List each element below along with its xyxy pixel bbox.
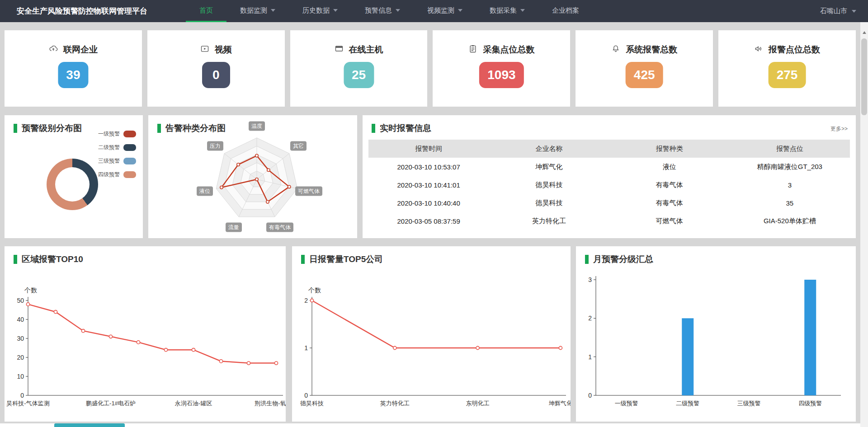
nav-item[interactable]: 预警信息: [351, 0, 414, 22]
donut-hole: [55, 167, 90, 202]
bar-chart-monthly-levels: 0123一级预警二级预警三级预警四级预警: [576, 246, 856, 422]
legend-label: 三级预警: [98, 157, 120, 165]
panel-region-alarm-top10: 区域报警TOP10 01020304050个数昊科技-气体监测鹏盛化工-1#电石…: [5, 246, 286, 422]
stat-label: 报警点位总数: [769, 44, 820, 56]
nav-item[interactable]: 历史数据: [289, 0, 351, 22]
nav-menu: 首页数据监测历史数据预警信息视频监测数据采集企业档案: [186, 0, 593, 22]
alerts-column-header: 企业名称: [489, 145, 609, 153]
donut-chart: [47, 159, 98, 210]
cloud-upload-icon: [49, 44, 58, 55]
chevron-down-icon: [458, 9, 462, 12]
legend-swatch: [123, 171, 136, 178]
alerts-column-header: 报警时间: [368, 145, 489, 153]
alerts-table-body: 2020-03-10 10:53:07坤辉气化液位精醇南罐液位GT_203202…: [368, 158, 850, 230]
stat-label: 采集点位总数: [483, 44, 534, 56]
stat-value-badge: 25: [344, 62, 374, 88]
clipboard-icon: [468, 44, 477, 55]
legend-item[interactable]: 四级预警: [98, 171, 136, 178]
svg-text:20: 20: [17, 354, 24, 361]
svg-text:鹏盛化工-1#电石炉: 鹏盛化工-1#电石炉: [86, 400, 136, 407]
svg-text:50: 50: [17, 297, 24, 304]
svg-text:1: 1: [304, 344, 308, 352]
svg-text:德昊科技: 德昊科技: [300, 400, 324, 407]
video-icon: [200, 44, 209, 55]
table-cell: 35: [730, 199, 850, 207]
svg-text:一级预警: 一级预警: [615, 400, 638, 407]
footer-partial-element: [54, 423, 125, 427]
radar-axis-label: 有毒气体: [266, 223, 293, 232]
stats-row: 联网企业39视频0在线主机25采集点位总数1093系统报警总数425报警点位总数…: [5, 30, 856, 107]
nav-item[interactable]: 视频监测: [414, 0, 476, 22]
region-label: 石嘴山市: [820, 7, 847, 15]
table-cell: 德昊科技: [489, 199, 609, 207]
stat-value-badge: 1093: [479, 62, 524, 88]
svg-text:个数: 个数: [308, 286, 321, 294]
scroll-up-icon[interactable]: [860, 28, 868, 37]
svg-text:40: 40: [17, 316, 24, 323]
table-row: 2020-03-05 08:37:59英力特化工可燃气体GIA-520单体贮槽: [368, 212, 850, 230]
pie-legend: 一级预警二级预警三级预警四级预警: [98, 130, 136, 178]
legend-label: 四级预警: [98, 171, 120, 178]
green-bar-icon: [372, 124, 375, 133]
dashboard-page: 安全生产风险预警防控物联网管理平台 首页数据监测历史数据预警信息视频监测数据采集…: [0, 0, 868, 427]
nav-item-label: 企业档案: [552, 6, 579, 15]
panel-title: 区域报警TOP10: [14, 253, 83, 265]
chevron-down-icon: [333, 9, 338, 12]
table-cell: 精醇南罐液位GT_203: [730, 163, 850, 171]
table-cell: 液位: [609, 163, 730, 171]
panel-title: 告警种类分布图: [157, 122, 226, 134]
nav-item[interactable]: 首页: [186, 0, 226, 22]
legend-label: 一级预警: [98, 130, 120, 138]
legend-item[interactable]: 二级预警: [98, 144, 136, 151]
radar-axis-label: 温度: [249, 122, 265, 131]
svg-text:0: 0: [304, 392, 308, 399]
stat-label: 在线主机: [349, 44, 383, 56]
panel-daily-alarm-top5: 日报警量TOP5公司 012个数德昊科技英力特化工东明化工坤辉气化: [292, 246, 571, 422]
panel-title-text: 月预警分级汇总: [593, 253, 653, 265]
page-scrollbar[interactable]: [860, 22, 868, 427]
nav-item-label: 数据监测: [240, 6, 267, 15]
svg-text:昊科技-气体监测: 昊科技-气体监测: [6, 400, 49, 407]
nav-item[interactable]: 数据采集: [476, 0, 538, 22]
table-cell: 英力特化工: [489, 217, 609, 225]
nav-item-label: 数据采集: [490, 6, 517, 15]
table-cell: 2020-03-10 10:41:01: [368, 181, 489, 189]
green-bar-icon: [14, 124, 17, 133]
radar-axis-label: 压力: [207, 141, 223, 151]
svg-text:1: 1: [588, 353, 592, 361]
line-chart-daily-top5: 012个数德昊科技英力特化工东明化工坤辉气化: [292, 246, 571, 422]
panel-title-text: 实时报警信息: [380, 122, 431, 134]
nav-item[interactable]: 企业档案: [538, 0, 593, 22]
legend-item[interactable]: 三级预警: [98, 157, 136, 165]
stat-label: 视频: [215, 44, 232, 56]
stat-card: 报警点位总数275: [718, 30, 856, 107]
alerts-column-header: 报警种类: [609, 145, 730, 153]
table-cell: 2020-03-05 08:37:59: [368, 217, 489, 225]
legend-swatch: [123, 131, 136, 137]
stat-card: 联网企业39: [5, 30, 142, 107]
stat-label: 系统报警总数: [626, 44, 677, 56]
nav-item[interactable]: 数据监测: [226, 0, 289, 22]
svg-text:2: 2: [304, 297, 308, 304]
nav-item-label: 首页: [199, 6, 213, 15]
table-cell: 有毒气体: [609, 199, 730, 207]
stat-value-badge: 425: [626, 62, 663, 88]
more-link[interactable]: 更多>>: [830, 125, 848, 133]
radar-axis-label: 液位: [197, 187, 213, 196]
panel-title: 月预警分级汇总: [585, 253, 653, 265]
footer-strip: [0, 423, 868, 427]
nav-item-label: 预警信息: [365, 6, 392, 15]
nav-item-label: 视频监测: [427, 6, 454, 15]
table-cell: 3: [730, 181, 850, 189]
alerts-table-header: 报警时间企业名称报警种类报警点位: [368, 140, 850, 158]
stat-card: 系统报警总数425: [576, 30, 713, 107]
legend-item[interactable]: 一级预警: [98, 130, 136, 138]
scrollbar-thumb[interactable]: [861, 38, 867, 115]
svg-text:2: 2: [588, 314, 592, 322]
table-cell: 有毒气体: [609, 181, 730, 189]
panel-title: 预警级别分布图: [14, 122, 82, 134]
green-bar-icon: [157, 124, 161, 133]
table-cell: 可燃气体: [609, 217, 730, 225]
region-selector[interactable]: 石嘴山市: [820, 0, 856, 22]
stat-card: 在线主机25: [290, 30, 428, 107]
